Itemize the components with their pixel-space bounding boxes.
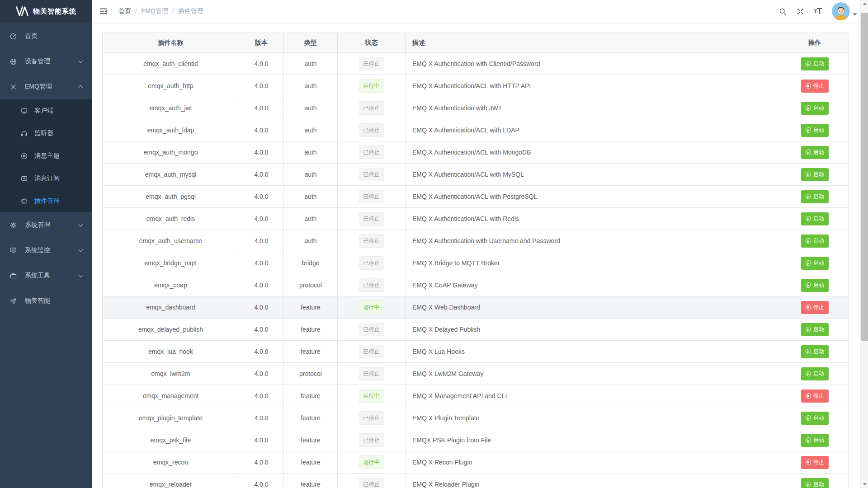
sidebar-item-clients[interactable]: 客户端 [0, 99, 92, 122]
play-icon [806, 105, 811, 111]
status-badge: 已停止 [359, 345, 384, 358]
start-button[interactable]: 启动 [801, 190, 829, 203]
search-icon[interactable] [774, 0, 792, 23]
start-button[interactable]: 启动 [801, 212, 829, 225]
cell-type: auth [284, 53, 338, 75]
vertical-scrollbar[interactable] [860, 0, 868, 488]
avatar[interactable] [832, 2, 850, 20]
content: 插件名称 版本 类型 状态 描述 操作 emqx_auth_clientid4.… [92, 23, 868, 488]
table-row: emqx_lwm2m4.0.0protocol已停止EMQ X LwM2M Ga… [103, 363, 849, 385]
header-version: 版本 [239, 33, 284, 53]
sidebar-item-subscriptions[interactable]: 消息订阅 [0, 167, 92, 190]
cell-version: 4.0.0 [239, 429, 284, 451]
cell-description: EMQ X LwM2M Gateway [406, 363, 781, 385]
start-button[interactable]: 启动 [801, 412, 829, 425]
sidebar-item-plugins[interactable]: 插件管理 [0, 190, 92, 212]
start-button[interactable]: 启动 [801, 257, 829, 270]
breadcrumb-home[interactable]: 首页 [118, 7, 131, 15]
cell-description: EMQ X Authentication/ACL with LDAP [406, 119, 781, 141]
cell-plugin-name: emqx_psk_file [103, 429, 239, 451]
sidebar-item-listeners[interactable]: 监听器 [0, 122, 92, 145]
scrollbar-thumb[interactable] [861, 13, 868, 341]
stop-button[interactable]: 停止 [801, 301, 829, 314]
sidebar-toggle-button[interactable] [92, 0, 115, 23]
sidebar-item-topics[interactable]: 消息主题 [0, 145, 92, 167]
table-row: emqx_plugin_template4.0.0feature已停止EMQ X… [103, 407, 849, 429]
start-button[interactable]: 启动 [801, 168, 829, 181]
cell-status: 已停止 [338, 319, 406, 341]
start-button[interactable]: 启动 [801, 323, 829, 336]
listener-icon [20, 130, 28, 137]
start-button[interactable]: 启动 [801, 434, 829, 447]
cell-version: 4.0.0 [239, 474, 284, 488]
button-label: 启动 [813, 215, 824, 223]
stop-button[interactable]: 停止 [801, 80, 829, 93]
app-logo-icon [16, 6, 28, 16]
plugin-icon [20, 197, 28, 205]
cell-status: 已停止 [338, 474, 406, 488]
logo-bar[interactable]: 物美智能系统 [0, 0, 92, 23]
play-icon [806, 194, 811, 199]
font-size-icon[interactable]: TT [809, 0, 826, 23]
start-button[interactable]: 启动 [801, 367, 829, 380]
table-row: emqx_auth_clientid4.0.0auth已停止EMQ X Auth… [103, 53, 849, 75]
cell-type: protocol [284, 274, 338, 296]
sidebar-item-system-tools[interactable]: 系统工具 [0, 263, 92, 288]
start-button[interactable]: 启动 [801, 345, 829, 358]
cell-status: 已停止 [338, 407, 406, 429]
stop-button[interactable]: 停止 [801, 456, 829, 469]
button-label: 启动 [813, 436, 824, 444]
sidebar-item-system-admin[interactable]: 系统管理 [0, 212, 92, 238]
status-badge: 已停止 [359, 278, 384, 292]
scrollbar-up-arrow-icon[interactable] [861, 0, 868, 8]
sidebar-item-system-monitor[interactable]: 系统监控 [0, 238, 92, 263]
table-header-row: 插件名称 版本 类型 状态 描述 操作 [103, 33, 849, 53]
cell-actions: 启动 [781, 230, 849, 252]
start-button[interactable]: 启动 [801, 124, 829, 137]
app-title: 物美智能系统 [33, 7, 76, 16]
table-row: emqx_auth_redis4.0.0auth已停止EMQ X Authent… [103, 208, 849, 230]
cell-type: bridge [284, 252, 338, 274]
breadcrumb-plugins: 插件管理 [178, 7, 203, 15]
cell-version: 4.0.0 [239, 451, 284, 474]
fullscreen-icon[interactable] [792, 0, 809, 23]
breadcrumb-separator: / [172, 8, 174, 15]
user-menu-caret-icon[interactable] [853, 13, 857, 16]
cell-status: 运行中 [338, 451, 406, 474]
cell-actions: 启动 [781, 97, 849, 119]
plugin-table-body: emqx_auth_clientid4.0.0auth已停止EMQ X Auth… [103, 53, 849, 488]
cell-plugin-name: emqx_coap [103, 274, 239, 296]
cell-status: 运行中 [338, 296, 406, 319]
play-icon [806, 172, 811, 177]
cell-plugin-name: emqx_management [103, 385, 239, 407]
cell-plugin-name: emqx_auth_jwt [103, 97, 239, 119]
cell-version: 4.0.0 [239, 186, 284, 208]
cell-status: 已停止 [338, 363, 406, 385]
start-button[interactable]: 启动 [801, 235, 829, 248]
start-button[interactable]: 启动 [801, 279, 829, 292]
sidebar-item-devices[interactable]: 设备管理 [0, 49, 92, 74]
sidebar-item-emq[interactable]: EMQ管理 [0, 74, 92, 99]
cell-status: 已停止 [338, 164, 406, 186]
cell-status: 已停止 [338, 208, 406, 230]
button-label: 启动 [813, 237, 824, 245]
start-button[interactable]: 启动 [801, 146, 829, 159]
chevron-down-icon [79, 248, 83, 252]
cell-type: feature [284, 451, 338, 474]
start-button[interactable]: 启动 [801, 102, 829, 115]
cell-plugin-name: emqx_plugin_template [103, 407, 239, 429]
stop-button[interactable]: 停止 [801, 389, 829, 403]
status-badge: 已停止 [359, 123, 384, 137]
cell-plugin-name: emqx_auth_mongo [103, 141, 239, 164]
chevron-up-icon [79, 85, 83, 89]
sidebar-item-home[interactable]: 首页 [0, 23, 92, 49]
start-button[interactable]: 启动 [801, 478, 829, 488]
table-row: emqx_recon4.0.0feature运行中EMQ X Recon Plu… [103, 451, 849, 474]
topbar-right: TT [774, 0, 868, 23]
cell-version: 4.0.0 [239, 119, 284, 141]
play-icon [806, 371, 811, 376]
cell-actions: 启动 [781, 252, 849, 274]
sidebar-item-wumei-smart[interactable]: 物美智能 [0, 288, 92, 314]
start-button[interactable]: 启动 [801, 57, 829, 70]
scrollbar-down-arrow-icon[interactable] [861, 480, 868, 488]
